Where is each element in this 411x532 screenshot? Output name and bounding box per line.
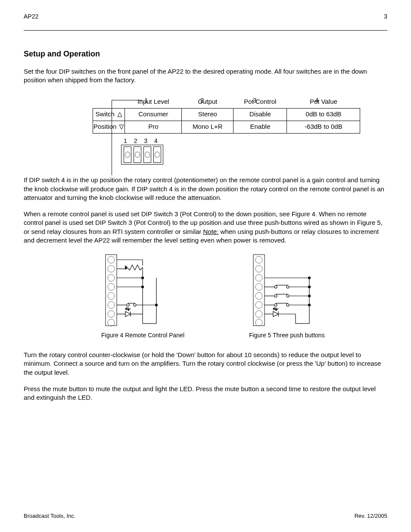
figure-5: Figure 5 Three push buttons — [249, 252, 331, 339]
svg-marker-75 — [275, 308, 277, 311]
dip-slot-1 — [124, 146, 131, 163]
para-rotary: Turn the rotary control counter-clockwis… — [24, 351, 387, 377]
footer-company: Broadcast Tools, Inc. — [24, 513, 75, 519]
intro-para: Set the four DIP switches on the front p… — [24, 67, 387, 85]
svg-point-22 — [134, 304, 136, 306]
cell-pro: Pro — [125, 121, 182, 133]
fig5-title: Figure 5 — [249, 332, 271, 339]
svg-marker-1 — [119, 125, 124, 129]
fig4-title: Figure 4 — [101, 332, 123, 339]
svg-point-41 — [255, 292, 262, 299]
svg-marker-35 — [128, 308, 129, 311]
dip-slot-3 — [143, 146, 151, 163]
fig4-sub: Remote Control Panel — [123, 332, 184, 339]
bracket-hline — [112, 100, 143, 100]
page-number: 3 — [384, 13, 387, 20]
th-pot-value: Pot Value — [287, 96, 360, 109]
svg-point-56 — [286, 295, 289, 297]
svg-point-5 — [108, 274, 115, 281]
th-input-level: Input Level — [125, 96, 182, 109]
svg-point-7 — [108, 292, 115, 299]
svg-point-10 — [108, 319, 115, 326]
cell-disable: Disable — [234, 108, 287, 121]
th-pot-control: Pot Control — [234, 96, 287, 109]
svg-marker-29 — [125, 311, 131, 317]
cell-enable: Enable — [234, 121, 287, 133]
svg-point-6 — [108, 283, 115, 290]
p2-pre: If DIP switch 4 is in the — [24, 176, 91, 184]
svg-point-8 — [108, 302, 115, 308]
row-label-position: Position — [93, 121, 125, 133]
triangle-up-icon — [117, 112, 122, 117]
dip-thumb-icon — [135, 152, 140, 158]
position-text: Position — [93, 122, 116, 131]
svg-point-9 — [108, 311, 115, 317]
svg-marker-0 — [118, 112, 122, 117]
svg-point-4 — [108, 265, 115, 272]
dip-switch-table: Input Level Output Pot Control Pot Value… — [93, 96, 360, 134]
col-num-1: 1 — [144, 96, 148, 105]
para-remote: When a remote control panel is used set … — [24, 210, 387, 245]
svg-point-59 — [308, 295, 311, 297]
svg-point-50 — [286, 286, 289, 288]
cell-0-63: 0dB to 63dB — [287, 108, 360, 121]
dip-slot-2 — [134, 146, 141, 163]
row-label-switch: Switch — [93, 108, 125, 121]
svg-point-55 — [274, 295, 277, 297]
para-dip4: If DIP switch 4 is in the up position th… — [24, 176, 387, 202]
svg-marker-74 — [273, 308, 274, 310]
section-heading: Setup and Operation — [24, 50, 387, 59]
svg-marker-34 — [125, 308, 127, 310]
svg-point-38 — [255, 265, 262, 272]
dip-thumb-icon — [145, 152, 150, 158]
dip-slot-4 — [153, 146, 161, 163]
p2-up2: down — [199, 185, 214, 193]
svg-point-3 — [108, 256, 115, 263]
figure-4: Figure 4 Remote Control Panel — [101, 252, 184, 339]
bracket-vline — [112, 100, 112, 175]
svg-point-21 — [127, 304, 129, 306]
svg-point-61 — [274, 304, 277, 306]
cell-stereo: Stereo — [182, 108, 234, 121]
svg-point-37 — [255, 256, 262, 263]
dip-switch-graphic: 1 2 3 4 — [121, 137, 368, 165]
svg-point-39 — [255, 274, 262, 281]
col-num-4: 4 — [315, 96, 318, 105]
th-output: Output — [182, 96, 234, 109]
footer-rev: Rev. 12/2005 — [355, 513, 387, 519]
doc-id: AP22 — [24, 13, 38, 20]
svg-point-42 — [255, 302, 262, 308]
para-mute: Press the mute button to mute the output… — [24, 385, 387, 402]
svg-point-44 — [255, 319, 262, 326]
note-label: Note: — [203, 228, 219, 235]
col-num-3: 3 — [253, 96, 256, 105]
svg-point-19 — [142, 286, 144, 288]
cell-neg63-0: -63dB to 0dB — [287, 121, 360, 133]
dip-table-area: 1 2 3 4 Input Level Output Pot Control P… — [67, 96, 368, 165]
svg-point-53 — [308, 286, 311, 288]
header-rule — [24, 30, 387, 31]
dip-thumb-icon — [155, 152, 160, 158]
svg-point-65 — [308, 304, 311, 306]
svg-point-49 — [274, 286, 277, 288]
dip-thumb-icon — [125, 152, 130, 158]
svg-point-40 — [255, 283, 262, 290]
col-num-2: 2 — [200, 96, 204, 105]
svg-point-43 — [255, 311, 262, 317]
p2-up1: up — [91, 176, 98, 184]
fig5-sub: Three push buttons — [271, 332, 324, 339]
cell-consumer: Consumer — [125, 108, 182, 121]
cell-mono: Mono L+R — [182, 121, 234, 133]
dip-number-labels: 1 2 3 4 — [124, 137, 368, 145]
triangle-down-icon — [119, 124, 124, 130]
svg-point-62 — [286, 304, 289, 306]
svg-marker-67 — [273, 311, 278, 317]
